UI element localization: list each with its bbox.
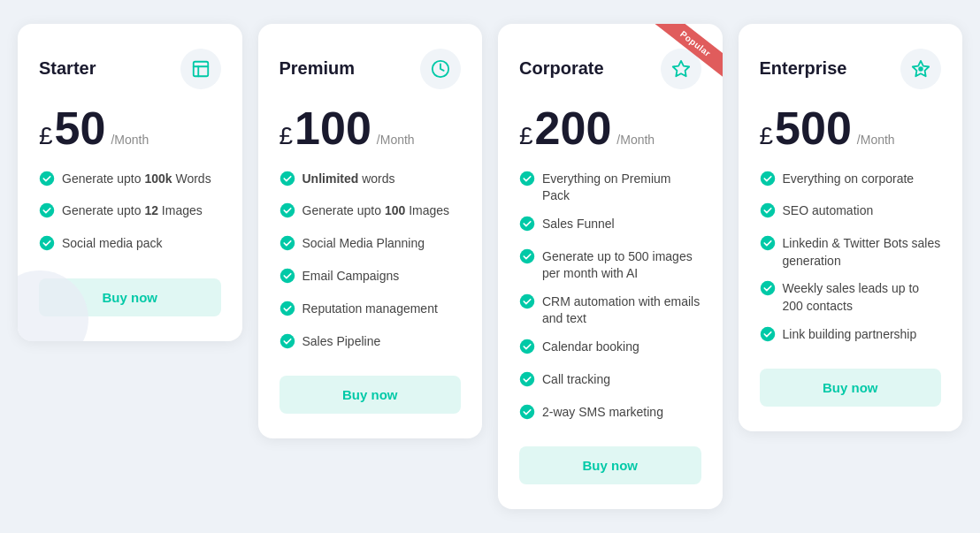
check-icon <box>279 171 295 187</box>
feature-text: Everything on Premium Pack <box>542 171 701 205</box>
svg-rect-0 <box>193 61 208 76</box>
feature-item: 2-way SMS marketing <box>519 404 701 426</box>
svg-point-25 <box>760 236 775 251</box>
feature-item: Linkedin & Twitter Bots sales generation <box>760 235 942 270</box>
check-icon <box>279 333 295 349</box>
pricing-container: Starter £ 50 /Month Generate upto 100k W… <box>18 24 962 510</box>
check-icon <box>279 301 295 323</box>
buy-now-button[interactable]: Buy now <box>760 369 942 407</box>
check-icon <box>519 171 535 193</box>
check-icon <box>760 280 776 296</box>
check-icon <box>760 171 776 187</box>
check-icon <box>519 171 535 187</box>
check-icon <box>39 171 55 187</box>
check-icon <box>519 248 535 264</box>
feature-text: Unlimited words <box>302 171 395 188</box>
currency: £ <box>279 122 294 150</box>
svg-point-8 <box>279 203 295 218</box>
check-icon <box>519 371 535 387</box>
feature-text: Generate up to 500 images per month with… <box>542 248 701 283</box>
feature-text: CRM automation with emails and text <box>542 293 701 328</box>
svg-point-14 <box>520 171 535 186</box>
check-icon <box>519 339 535 361</box>
feature-item: Generate up to 500 images per month with… <box>519 248 701 283</box>
check-icon <box>760 280 776 302</box>
feature-item: Sales Funnel <box>519 216 701 238</box>
check-icon <box>519 293 535 316</box>
svg-point-17 <box>520 294 535 309</box>
check-icon <box>760 235 776 257</box>
svg-point-24 <box>760 203 775 218</box>
buy-now-button[interactable]: Buy now <box>519 446 701 484</box>
feature-text: Social media pack <box>62 235 163 253</box>
price-period: /Month <box>111 133 149 147</box>
svg-point-3 <box>40 171 55 186</box>
feature-list: Everything on Premium Pack Sales Funnel … <box>519 171 701 426</box>
price-period: /Month <box>377 133 415 147</box>
card-icon <box>661 49 701 89</box>
svg-point-16 <box>520 248 535 263</box>
check-icon <box>279 171 295 193</box>
price-amount: 50 <box>55 105 106 151</box>
feature-list: Unlimited words Generate upto 100 Images… <box>279 171 462 355</box>
check-icon <box>760 326 776 342</box>
feature-item: Unlimited words <box>279 171 462 193</box>
check-icon <box>279 202 295 225</box>
feature-text: Linkedin & Twitter Bots sales generation <box>783 235 942 270</box>
check-icon <box>279 202 295 218</box>
card-title: Corporate <box>519 58 604 79</box>
check-icon <box>519 216 535 238</box>
feature-text: Reputation management <box>302 301 438 318</box>
svg-point-5 <box>40 236 55 251</box>
price-period: /Month <box>857 133 895 147</box>
check-icon <box>519 404 535 426</box>
feature-text: Email Campaigns <box>302 268 400 286</box>
feature-item: Everything on corporate <box>760 171 942 193</box>
price-row: £ 500 /Month <box>760 105 942 151</box>
feature-item: Calendar booking <box>519 339 701 361</box>
price-period: /Month <box>616 133 655 147</box>
svg-point-23 <box>760 171 775 186</box>
feature-item: Sales Pipeline <box>279 333 462 355</box>
card-title: Premium <box>279 58 356 79</box>
feature-text: Sales Pipeline <box>302 333 381 351</box>
svg-point-19 <box>520 372 535 387</box>
feature-text: Link building partnership <box>783 326 917 344</box>
check-icon <box>519 216 535 232</box>
svg-point-4 <box>40 203 55 218</box>
feature-item: Generate upto 100k Words <box>39 171 221 193</box>
price-row: £ 200 /Month <box>519 105 701 151</box>
price-amount: 200 <box>535 105 612 151</box>
check-icon <box>39 171 55 193</box>
check-icon <box>519 248 535 270</box>
check-icon <box>279 268 295 284</box>
buy-now-button[interactable]: Buy now <box>39 278 221 316</box>
check-icon <box>279 301 295 316</box>
feature-item: Generate upto 12 Images <box>39 202 221 225</box>
check-icon <box>760 326 776 348</box>
feature-text: 2-way SMS marketing <box>542 404 663 422</box>
feature-list: Everything on corporate SEO automation L… <box>760 171 942 348</box>
svg-point-9 <box>279 236 295 251</box>
currency: £ <box>760 122 774 150</box>
price-amount: 500 <box>775 105 852 151</box>
check-icon <box>39 202 55 218</box>
card-header: Enterprise <box>760 49 942 89</box>
svg-point-18 <box>520 339 535 354</box>
feature-item: Social media pack <box>39 235 221 257</box>
card-icon <box>180 49 221 89</box>
check-icon <box>279 268 295 290</box>
card-enterprise: Enterprise £ 500 /Month Everything on co… <box>739 24 963 432</box>
check-icon <box>760 202 776 225</box>
check-icon <box>279 235 295 257</box>
buy-now-button[interactable]: Buy now <box>279 376 462 414</box>
card-premium: Premium £ 100 /Month Unlimited words Gen… <box>258 24 483 439</box>
svg-marker-13 <box>672 60 688 75</box>
card-header: Starter <box>39 49 221 89</box>
feature-item: Everything on Premium Pack <box>519 171 701 205</box>
check-icon <box>39 235 55 257</box>
check-icon <box>39 235 55 251</box>
svg-point-20 <box>520 404 535 419</box>
svg-point-27 <box>760 326 775 341</box>
currency: £ <box>39 122 53 150</box>
